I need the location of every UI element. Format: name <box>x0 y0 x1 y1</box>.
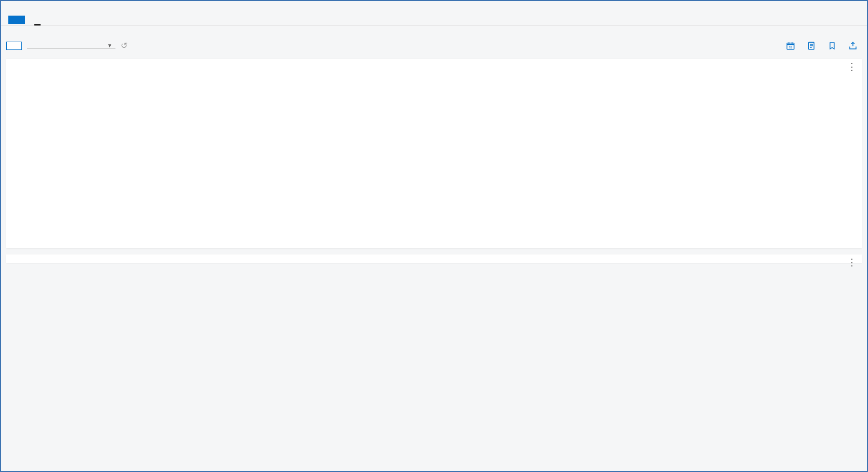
svg-text:31: 31 <box>789 45 793 48</box>
create-report-button[interactable] <box>8 16 25 24</box>
report-list-icon[interactable] <box>807 41 816 50</box>
panel-kebab-menu[interactable]: ⋮ <box>847 260 857 265</box>
export-icon[interactable] <box>848 41 858 50</box>
timerange-select[interactable]: ▼ <box>27 43 115 48</box>
page-title <box>1 1 867 14</box>
schedule-icon[interactable]: 31 <box>786 41 795 50</box>
line-chart-title <box>6 59 862 67</box>
table-panel: ⋮ <box>6 254 862 263</box>
report-toolbar: ▼ ↺ 31 <box>1 41 867 56</box>
line-chart[interactable] <box>12 67 744 239</box>
add-tab-button[interactable] <box>50 18 58 22</box>
add-content-button[interactable] <box>6 42 22 50</box>
tabs-row <box>1 14 867 26</box>
line-chart-panel: ⋮ <box>6 59 862 248</box>
chart-legend <box>744 67 856 239</box>
table-panel-title <box>6 254 862 263</box>
report-title <box>1 26 867 41</box>
tab-example-report[interactable] <box>34 14 41 25</box>
reset-icon[interactable]: ↺ <box>119 41 129 50</box>
bookmark-icon[interactable] <box>827 41 837 50</box>
chevron-down-icon: ▼ <box>107 43 112 48</box>
panel-kebab-menu[interactable]: ⋮ <box>847 64 857 70</box>
